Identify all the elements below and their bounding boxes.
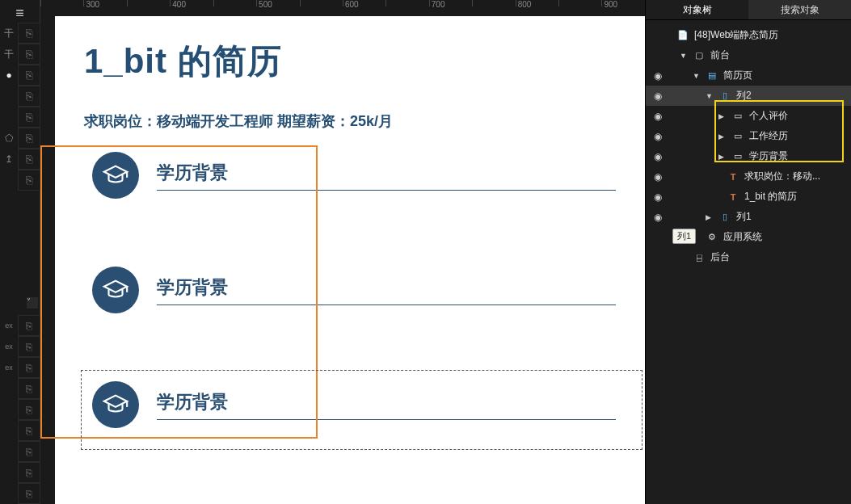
tab-search[interactable]: 搜索对象 xyxy=(748,0,851,19)
ruler-mark: 900 xyxy=(601,0,644,6)
ruler-mark xyxy=(472,0,515,6)
ruler-mark: 700 xyxy=(429,0,472,6)
section-title[interactable]: 学历背景 xyxy=(157,161,616,191)
tree-node-education[interactable]: ◉ ▶ ▭ 学历背景 xyxy=(646,146,851,166)
ruler-mark xyxy=(40,0,83,6)
visibility-icon[interactable]: ◉ xyxy=(649,131,667,142)
gear-icon: ⚙ xyxy=(706,232,718,243)
tree-node-col2[interactable]: ◉ ▼ ▯ 列2 xyxy=(646,86,851,106)
tree-node-maintitle[interactable]: ◉ T 1_bit 的简历 xyxy=(646,187,851,207)
tool-ex6[interactable] xyxy=(0,420,18,441)
design-canvas[interactable]: 1_bit 的简历 求职岗位：移动端开发工程师 期望薪资：25k/月 学历背景 … xyxy=(55,16,645,504)
tool-label-2[interactable]: 干 xyxy=(0,44,18,65)
tab-object-tree[interactable]: 对象树 xyxy=(646,0,748,19)
section-2[interactable]: 学历背景 xyxy=(92,267,616,313)
graduation-cap-icon xyxy=(92,152,139,199)
node-label: 简历页 xyxy=(723,69,752,82)
visibility-icon[interactable]: ◉ xyxy=(649,70,667,82)
ruler-mark: 500 xyxy=(256,0,299,6)
collapse-arrow-icon[interactable]: ▶ xyxy=(718,153,727,161)
tool-ic6[interactable]: ⎘ xyxy=(18,420,40,441)
collapse-arrow-icon[interactable]: ▶ xyxy=(718,132,727,141)
resume-subtitle[interactable]: 求职岗位：移动端开发工程师 期望薪资：25k/月 xyxy=(84,111,616,131)
tool-ex1[interactable]: ex xyxy=(0,315,18,336)
node-label: 列1 xyxy=(736,210,752,224)
section-1[interactable]: 学历背景 xyxy=(92,152,616,199)
tool-ic5[interactable]: ⎘ xyxy=(18,399,40,420)
tool-b4[interactable]: ⎘ xyxy=(18,86,40,107)
tool-b6[interactable]: ⎘ xyxy=(18,128,40,149)
expand-arrow-icon[interactable]: ▼ xyxy=(693,72,701,80)
tool-arrow-up[interactable]: ↥ xyxy=(0,149,18,170)
object-tree[interactable]: 📄 [48]Web端静态简历 ▼ ▢ 前台 ◉ ▼ ▤ 简历页 ◉ ▼ ▯ xyxy=(646,20,851,504)
tool-ic8[interactable]: ⎘ xyxy=(18,462,40,483)
page-icon: ▤ xyxy=(706,70,718,82)
doc-icon: 📄 xyxy=(676,30,689,41)
tool-ic1[interactable]: ⎘ xyxy=(18,315,40,336)
tree-node-col1[interactable]: ◉ ▶ ▯ 列1 xyxy=(646,207,851,227)
tool-shape[interactable]: ⬠ xyxy=(0,128,18,149)
node-label: 1_bit 的简历 xyxy=(744,190,797,204)
tool-col-labels: 干 干 ● ⬠ ↥ xyxy=(0,23,18,191)
text-icon: T xyxy=(727,191,739,203)
tool-ic2[interactable]: ⎘ xyxy=(18,336,40,357)
visibility-icon[interactable]: ◉ xyxy=(649,171,667,183)
visibility-icon[interactable]: ◉ xyxy=(649,151,667,162)
text-icon: T xyxy=(727,171,739,183)
column-icon: ▯ xyxy=(718,90,731,102)
tool-ex9[interactable] xyxy=(0,483,18,504)
visibility-icon[interactable]: ◉ xyxy=(649,90,667,102)
left-toolbar: ≡ 干 干 ● ⬠ ↥ ⎘ ⎘ ⎘ ⎘ ⎘ ⎘ ⎘ ⎘ ˅ ex⎘ ex⎘ ex… xyxy=(0,0,40,504)
section-title[interactable]: 学历背景 xyxy=(157,390,616,420)
node-label: 前台 xyxy=(710,48,730,62)
tree-node-project[interactable]: 📄 [48]Web端静态简历 xyxy=(646,25,851,45)
tool-ex4[interactable] xyxy=(0,378,18,399)
node-label: 应用系统 xyxy=(723,230,762,244)
node-label: 学历背景 xyxy=(749,149,788,163)
expand-arrow-icon[interactable]: ▼ xyxy=(680,52,688,60)
collapse-arrow-icon[interactable]: ▶ xyxy=(706,213,714,221)
tool-b8[interactable]: ⎘ xyxy=(18,170,40,191)
tool-ic7[interactable]: ⎘ xyxy=(18,441,40,462)
ruler-horizontal[interactable]: 300 400 500 600 700 800 900 xyxy=(40,0,645,16)
tool-ex8[interactable] xyxy=(0,462,18,483)
section-title[interactable]: 学历背景 xyxy=(157,275,616,305)
tool-ex7[interactable] xyxy=(0,441,18,462)
tree-node-jobtitle[interactable]: ◉ T 求职岗位：移动... xyxy=(646,166,851,187)
tree-node-backend[interactable]: ⌸ 后台 xyxy=(646,247,851,267)
visibility-icon[interactable]: ◉ xyxy=(649,191,667,203)
tool-ex2[interactable]: ex xyxy=(0,336,18,357)
tool-ic9[interactable]: ⎘ xyxy=(18,483,40,504)
tool-ic3[interactable]: ⎘ xyxy=(18,357,40,378)
tool-b3[interactable]: ⎘ xyxy=(18,65,40,86)
tree-node-resume-page[interactable]: ◉ ▼ ▤ 简历页 xyxy=(646,65,851,86)
tool-ic4[interactable]: ⎘ xyxy=(18,378,40,399)
expand-arrow-icon[interactable]: ▼ xyxy=(706,92,714,100)
canvas-area: 300 400 500 600 700 800 900 1_bit 的简历 求职… xyxy=(40,0,645,504)
tree-node-personal[interactable]: ◉ ▶ ▭ 个人评价 xyxy=(646,106,851,126)
ruler-mark xyxy=(213,0,256,6)
section-3[interactable]: 学历背景 xyxy=(92,381,616,428)
resume-title[interactable]: 1_bit 的简历 xyxy=(84,39,616,84)
tool-blank-2[interactable] xyxy=(0,107,18,128)
tool-blank-1[interactable] xyxy=(0,86,18,107)
tool-label-1[interactable]: 干 xyxy=(0,23,18,44)
tool-b2[interactable]: ⎘ xyxy=(18,44,40,65)
panel-tabs: 对象树 搜索对象 xyxy=(646,0,851,20)
tool-b7[interactable]: ⎘ xyxy=(18,149,40,170)
tool-circle[interactable]: ● xyxy=(0,65,18,86)
collapse-arrow-icon[interactable]: ▶ xyxy=(718,112,727,120)
tool-b5[interactable]: ⎘ xyxy=(18,107,40,128)
tool-ex5[interactable] xyxy=(0,399,18,420)
tree-node-work[interactable]: ◉ ▶ ▭ 工作经历 xyxy=(646,126,851,146)
tool-blank-3[interactable] xyxy=(0,170,18,191)
visibility-icon[interactable]: ◉ xyxy=(649,111,667,122)
hamburger-menu[interactable]: ≡ xyxy=(5,3,36,23)
tool-b1[interactable]: ⎘ xyxy=(18,23,40,44)
tool-ex3[interactable]: ex xyxy=(0,357,18,378)
tree-node-frontend[interactable]: ▼ ▢ 前台 xyxy=(646,45,851,65)
tooltip: 列1 xyxy=(672,229,696,244)
tool-dropdown[interactable]: ˅ xyxy=(27,297,38,309)
ruler-mark: 800 xyxy=(516,0,558,6)
visibility-icon[interactable]: ◉ xyxy=(649,212,667,223)
